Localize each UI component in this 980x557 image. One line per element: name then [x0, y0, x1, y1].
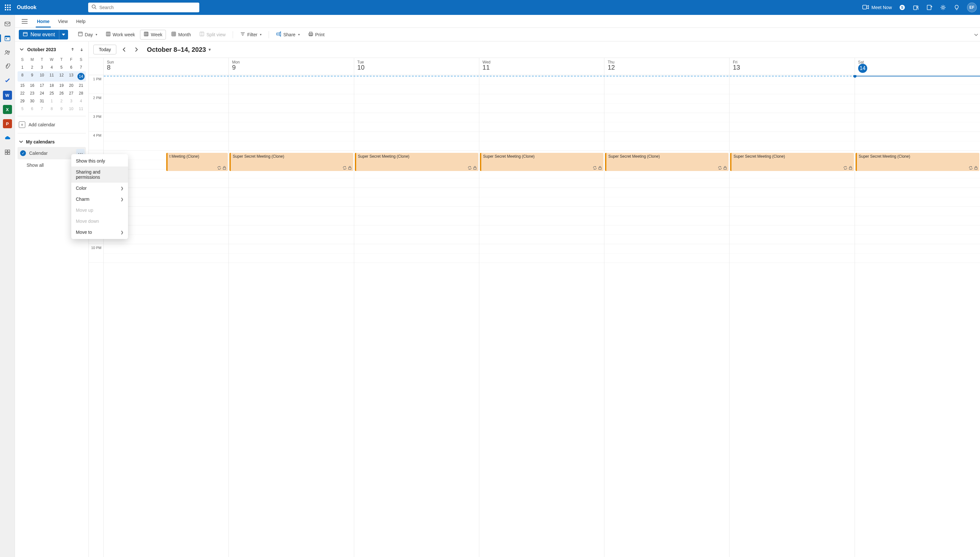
meet-now-button[interactable]: Meet Now [862, 5, 892, 10]
more-apps-rail-button[interactable] [0, 146, 15, 159]
mini-cal-day[interactable]: 5 [18, 105, 27, 113]
collapse-mini-cal-icon[interactable] [18, 46, 25, 53]
ribbon-expand-icon[interactable] [974, 32, 978, 37]
ctx-color[interactable]: Color❯ [71, 182, 128, 194]
ctx-sharing-permissions[interactable]: Sharing and permissions [71, 166, 128, 182]
skype-icon[interactable]: S [899, 4, 905, 11]
ctx-charm[interactable]: Charm❯ [71, 194, 128, 205]
mini-cal-day[interactable]: 21 [76, 81, 86, 90]
mini-cal-day[interactable]: 8 [18, 71, 27, 81]
share-button[interactable]: Share▾ [273, 30, 303, 39]
day-cell[interactable]: Super Secret Meeting (Clone) [730, 75, 854, 557]
mini-cal-day[interactable]: 7 [37, 105, 47, 113]
mini-cal-day[interactable]: 11 [47, 71, 56, 81]
todo-rail-button[interactable] [0, 75, 15, 88]
calendar-event[interactable]: Super Secret Meeting (Clone) [605, 153, 728, 171]
mini-cal-day[interactable]: 18 [47, 81, 56, 90]
day-cell[interactable]: Super Secret Meeting (Clone) [855, 75, 980, 557]
date-picker-dropdown-icon[interactable]: ▾ [209, 47, 211, 52]
mini-cal-day[interactable]: 11 [76, 105, 86, 113]
mini-cal-day[interactable]: 17 [37, 81, 47, 90]
mini-cal-day[interactable]: 23 [27, 90, 37, 97]
prev-month-icon[interactable] [69, 46, 76, 53]
tab-home[interactable]: Home [36, 16, 51, 27]
day-header[interactable]: Sat14 [855, 58, 980, 75]
mini-cal-day[interactable]: 1 [18, 64, 27, 71]
new-event-button[interactable]: New event [19, 30, 59, 39]
mini-cal-day[interactable]: 16 [27, 81, 37, 90]
day-cell[interactable]: Super Secret Meeting (Clone) [354, 75, 479, 557]
mail-rail-button[interactable] [0, 18, 15, 31]
day-cell[interactable]: Super Secret Meeting (Clone) [229, 75, 354, 557]
day-header[interactable]: Fri13 [730, 58, 854, 75]
mini-cal-day[interactable]: 31 [37, 97, 47, 105]
mini-cal-day[interactable]: 9 [57, 105, 67, 113]
mini-cal-day[interactable]: 12 [57, 71, 67, 81]
mini-cal-day[interactable]: 3 [67, 97, 76, 105]
my-calendars-section[interactable]: My calendars [18, 137, 86, 147]
print-button[interactable]: Print [305, 30, 328, 39]
day-cell[interactable]: Super Secret Meeting (Clone) [479, 75, 604, 557]
app-launcher-icon[interactable] [3, 3, 12, 12]
mini-cal-day[interactable]: 6 [67, 64, 76, 71]
teams-icon[interactable] [913, 4, 919, 11]
mini-cal-day[interactable]: 7 [76, 64, 86, 71]
people-rail-button[interactable] [0, 46, 15, 59]
prev-week-button[interactable] [119, 45, 129, 54]
day-header[interactable]: Mon9 [229, 58, 354, 75]
day-cell[interactable]: Super Secret Meeting (Clone) [604, 75, 730, 557]
calendar-event[interactable]: Super Secret Meeting (Clone) [355, 153, 479, 171]
excel-rail-button[interactable]: X [0, 103, 15, 116]
mini-cal-day[interactable]: 14 [76, 71, 86, 81]
calendar-rail-button[interactable] [0, 32, 15, 45]
powerpoint-rail-button[interactable]: P [0, 117, 15, 130]
mini-cal-day[interactable]: 5 [57, 64, 67, 71]
next-month-icon[interactable] [78, 46, 85, 53]
mini-cal-day[interactable]: 30 [27, 97, 37, 105]
mini-cal-day[interactable]: 10 [37, 71, 47, 81]
filter-button[interactable]: Filter▾ [237, 30, 265, 39]
day-header[interactable]: Thu12 [604, 58, 730, 75]
onedrive-rail-button[interactable] [0, 132, 15, 145]
calendar-event[interactable]: t Meeting (Clone) [166, 153, 228, 171]
mini-cal-day[interactable]: 20 [67, 81, 76, 90]
tab-help[interactable]: Help [75, 16, 87, 27]
day-view-button[interactable]: Day▾ [75, 30, 100, 39]
calendar-event[interactable]: Super Secret Meeting (Clone) [856, 153, 979, 171]
day-header[interactable]: Tue10 [354, 58, 479, 75]
next-week-button[interactable] [132, 45, 141, 54]
search-input[interactable] [99, 5, 196, 10]
calendar-checked-icon[interactable]: ✓ [20, 150, 26, 156]
calendar-event[interactable]: Super Secret Meeting (Clone) [730, 153, 854, 171]
word-rail-button[interactable]: W [0, 89, 15, 102]
calendar-event[interactable]: Super Secret Meeting (Clone) [229, 153, 353, 171]
mini-cal-day[interactable]: 26 [57, 90, 67, 97]
calendar-event[interactable]: Super Secret Meeting (Clone) [480, 153, 603, 171]
day-body[interactable]: t Meeting (Clone)Super Secret Meeting (C… [104, 75, 980, 557]
mini-cal-day[interactable]: 19 [57, 81, 67, 90]
mini-cal-day[interactable]: 9 [27, 71, 37, 81]
day-cell[interactable]: t Meeting (Clone) [104, 75, 229, 557]
day-header[interactable]: Wed11 [479, 58, 604, 75]
mini-cal-day[interactable]: 13 [67, 71, 76, 81]
mini-cal-day[interactable]: 15 [18, 81, 27, 90]
settings-icon[interactable] [940, 4, 946, 11]
ctx-show-this-only[interactable]: Show this only [71, 155, 128, 166]
mini-cal-day[interactable]: 8 [47, 105, 56, 113]
mini-cal-day[interactable]: 22 [18, 90, 27, 97]
search-box[interactable] [88, 3, 199, 12]
work-week-view-button[interactable]: Work week [103, 30, 138, 39]
mini-cal-day[interactable]: 4 [76, 97, 86, 105]
account-avatar[interactable]: EF [967, 3, 977, 12]
new-event-dropdown[interactable] [59, 30, 68, 39]
day-header[interactable]: Sun8 [104, 58, 229, 75]
today-button[interactable]: Today [93, 45, 116, 54]
mini-cal-day[interactable]: 24 [37, 90, 47, 97]
files-rail-button[interactable] [0, 60, 15, 73]
ctx-move-to[interactable]: Move to❯ [71, 227, 128, 238]
mini-cal-day[interactable]: 1 [47, 97, 56, 105]
mini-cal-day[interactable]: 27 [67, 90, 76, 97]
week-view-button[interactable]: Week [140, 30, 166, 39]
add-calendar-button[interactable]: + Add calendar [18, 119, 86, 130]
notes-icon[interactable] [926, 4, 933, 11]
